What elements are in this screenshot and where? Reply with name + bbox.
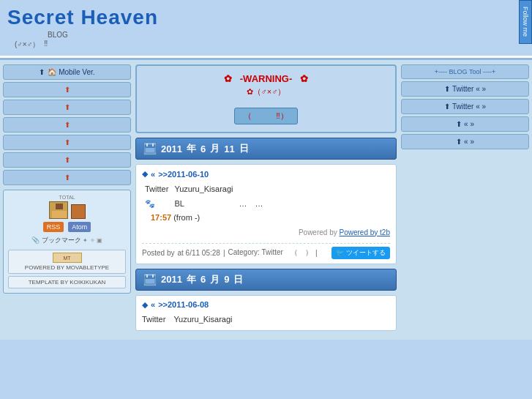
date-year-1: 2011 <box>161 143 182 154</box>
feed-buttons: RSS Atom <box>8 222 126 232</box>
blog-sub2: ‼ <box>44 40 48 50</box>
blog-sub1: (♂×♂） <box>15 40 40 50</box>
tw-label-2: Twitter « » <box>452 102 486 111</box>
date-header-2: 2011 年 6 月 9 日 <box>135 269 397 291</box>
post-time-1: 17:57 <box>151 213 171 222</box>
sidebar-btn-4[interactable]: ⬆ <box>3 135 131 150</box>
from-label-1: (from -) <box>173 213 200 222</box>
arrow-icon-5: ⬆ <box>64 156 70 164</box>
calendar-icon-2 <box>143 273 157 286</box>
warning-title-text: -WARNING- <box>240 73 293 84</box>
prev-arrow-2: « <box>151 300 155 309</box>
pixel-char-2 <box>71 204 86 219</box>
category-label: Category: Twitter （ ） <box>228 247 312 258</box>
tw-label-1: Twitter « » <box>452 85 486 93</box>
stats-widget: TOTAL RSS Atom 📎 ブックマーク <box>3 190 131 294</box>
arrow-icon-4: ⬆ <box>64 138 70 146</box>
right-sidebar: +---- BLOG Tool ----+ ⬆ Twitter « » ⬆ Tw… <box>401 64 529 335</box>
home-icon-tw2: ⬆ <box>444 102 450 111</box>
atom-button[interactable]: Atom <box>68 222 91 232</box>
warning-box: ✿ -WARNING- ✿ ✿（♂×♂） （ ‼） <box>135 64 397 133</box>
post-link-2[interactable]: >>2011-06-08 <box>158 300 209 309</box>
t2b-link[interactable]: Powered by t2b <box>340 228 391 236</box>
twitter-btn-1[interactable]: ⬆ Twitter « » <box>401 81 529 97</box>
arrow-icon-3: ⬆ <box>64 121 70 129</box>
mobile-ver-button[interactable]: ⬆ 🏠 Mobile Ver. <box>3 64 131 80</box>
author-name: Yuzuru_Kisaragi <box>171 182 236 197</box>
site-header: Secret Heaven BLOG (♂×♂） ‼ Follow me <box>0 0 532 53</box>
twitter-btn-2[interactable]: ⬆ Twitter « » <box>401 99 529 114</box>
date-header-1: 2011 年 6 月 11 日 <box>135 138 397 160</box>
warning-icon-left: ✿ <box>224 73 232 84</box>
pixel-char-total <box>49 201 68 219</box>
posted-at: at 6/11 05:28 <box>177 249 220 257</box>
prev-arrow-1: « <box>151 170 155 179</box>
rss-button[interactable]: RSS <box>43 222 64 232</box>
template-kk-bar: TEMPLATE BY KOIKIKUKAN <box>8 276 126 288</box>
main-layout: ⬆ 🏠 Mobile Ver. ⬆ ⬆ ⬆ ⬆ ⬆ ⬆ TOTAL <box>0 60 532 340</box>
tw-label-4: « » <box>464 138 474 146</box>
warning-sub: ✿（♂×♂） <box>143 86 389 97</box>
home-icon-tw4: ⬆ <box>456 138 462 146</box>
center-content: ✿ -WARNING- ✿ ✿（♂×♂） （ ‼） 2011 年 6 月 11 … <box>135 64 397 335</box>
post-box-1: ◆ « >>2011-06-10 Twitter Yuzuru_Kisaragi… <box>135 164 397 264</box>
tweet-button-1[interactable]: 🐦 ツイートする <box>331 247 390 259</box>
post-author-2: Twitter Yuzuru_Kisaragi <box>142 315 233 324</box>
svg-rect-1 <box>145 145 155 148</box>
arrow-icon-6: ⬆ <box>64 174 70 182</box>
home-icon-tw1: ⬆ <box>444 85 450 93</box>
date-day-2: 9 <box>224 274 229 285</box>
post-box-2: ◆ « >>2011-06-08 Twitter Yuzuru_Kisaragi <box>135 295 397 332</box>
twitter-btn-4[interactable]: ⬆ « » <box>401 134 529 149</box>
follow-me-button[interactable]: Follow me <box>519 0 532 44</box>
post-content-2: Twitter Yuzuru_Kisaragi <box>142 313 390 327</box>
date-month-1: 6 <box>201 143 206 154</box>
table-row: 17:57 (from -) <box>142 211 266 225</box>
bookmark-bar: 📎 ブックマーク ✦ ✧ ▣ <box>8 236 126 245</box>
twitter-icon-tweet: 🐦 <box>336 249 344 256</box>
posted-by-label: Posted by <box>142 249 174 257</box>
post-table-1: Twitter Yuzuru_Kisaragi 🐾 BL … … 17:57 (… <box>142 182 266 225</box>
date-year-2: 2011 <box>161 274 182 285</box>
table-row: Twitter Yuzuru_Kisaragi <box>142 182 266 197</box>
post-nav-1: ◆ « >>2011-06-10 <box>142 169 390 179</box>
twitter-btn-3[interactable]: ⬆ « » <box>401 116 529 132</box>
blog-tool-button[interactable]: +---- BLOG Tool ----+ <box>401 64 529 79</box>
table-row: 🐾 BL … … <box>142 197 266 212</box>
tw-label-3: « » <box>464 120 474 128</box>
blog-label: BLOG <box>48 31 68 39</box>
warning-icon-right: ✿ <box>300 73 308 84</box>
total-label: TOTAL <box>59 195 75 200</box>
blog-tool-label: +---- BLOG Tool ----+ <box>435 68 495 75</box>
bl-label: BL <box>171 197 236 212</box>
date-day-1: 11 <box>224 143 234 154</box>
calendar-icon-1 <box>143 142 157 155</box>
bookmark-extra-icons: ✦ ✧ ▣ <box>83 237 102 244</box>
sidebar-btn-6[interactable]: ⬆ <box>3 170 131 185</box>
site-title: Secret Heaven <box>7 6 525 29</box>
warning-confirm-button[interactable]: （ ‼） <box>234 108 298 124</box>
sidebar-btn-5[interactable]: ⬆ <box>3 152 131 168</box>
bookmark-label: 📎 ブックマーク ✦ ✧ ▣ <box>8 236 126 245</box>
powered-by-1: Powered by Powered by t2b <box>142 227 390 239</box>
post-meta-1: Posted by at 6/11 05:28 | Category: Twit… <box>142 243 390 259</box>
line1-label: Twitter <box>142 182 171 197</box>
post-nav-2: ◆ « >>2011-06-08 <box>142 300 390 310</box>
left-sidebar: ⬆ 🏠 Mobile Ver. ⬆ ⬆ ⬆ ⬆ ⬆ ⬆ TOTAL <box>3 64 131 335</box>
arrow-icon-2: ⬆ <box>64 103 70 111</box>
dots: … … <box>236 197 266 212</box>
sidebar-btn-3[interactable]: ⬆ <box>3 117 131 133</box>
diamond-icon-1: ◆ <box>142 169 148 179</box>
svg-rect-5 <box>145 276 155 279</box>
post-link-1[interactable]: >>2011-06-10 <box>158 170 209 179</box>
powered-mt-bar: MT POWERED BY MOVABLETYPE <box>8 250 126 274</box>
sidebar-btn-2[interactable]: ⬆ <box>3 100 131 115</box>
diamond-icon-2: ◆ <box>142 300 148 310</box>
widget-icons: TOTAL <box>8 195 126 219</box>
home-icon: ⬆ <box>39 68 45 76</box>
mt-logo: MT <box>53 253 82 263</box>
date-month-2: 6 <box>201 274 206 285</box>
bookmark-icon: 📎 <box>31 236 40 244</box>
home-icon-tw3: ⬆ <box>456 120 462 128</box>
sidebar-btn-1[interactable]: ⬆ <box>3 82 131 97</box>
